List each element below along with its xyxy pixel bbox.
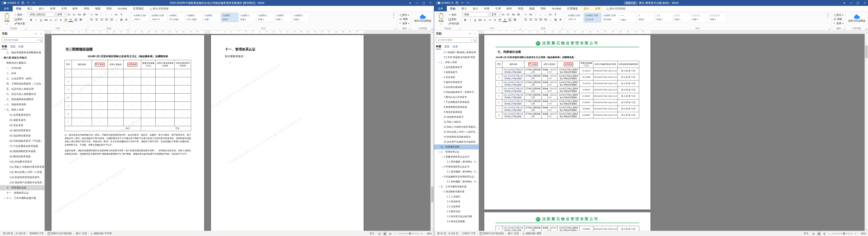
table-cell[interactable]: 7	[496, 106, 502, 112]
nav-heading-item[interactable]: 6 绿色低碳承诺书（本项目不涉及）	[434, 90, 478, 95]
nav-tab-2[interactable]: 页面	[10, 44, 16, 49]
performance-table[interactable]: 序号项目名称甲方名称证明人及电话合同名称签署合同金额（万元）合同/订单编号及签订…	[496, 61, 639, 118]
dialog-launcher-icon[interactable]	[459, 28, 460, 30]
nav-heading-item[interactable]: 1.5 保洁车卫生达标范围	[434, 214, 478, 219]
nav-heading-item[interactable]: 一、文件封面	[0, 65, 44, 71]
column-header[interactable]: 合同名称	[123, 60, 141, 69]
redo-icon[interactable]: ↷	[32, 1, 36, 5]
numbering-button[interactable]: №	[94, 12, 99, 17]
style-card-4[interactable]: AaBbC.TOC 标题2	[185, 13, 203, 22]
bold-button[interactable]: B	[463, 18, 467, 22]
table-cell[interactable]: 2024-2026年辽宁电力沈阳供电公司物业服务	[502, 226, 524, 231]
save-to-baidu-button[interactable]: 保存到百度网盘	[847, 12, 866, 26]
table-cell[interactable]: 2024-2026年辽宁电力沈阳供电公司物业服务	[502, 87, 524, 93]
scroll-down-icon[interactable]: ▾	[431, 228, 434, 231]
font-color-button[interactable]: A	[69, 18, 73, 22]
nav-heading-item[interactable]: 8 能源保障经营承诺函	[434, 105, 478, 110]
replace-button[interactable]: ab替换	[833, 17, 844, 21]
table-cell[interactable]: ↩	[71, 118, 92, 126]
nav-heading-item[interactable]: 三、物业管理服务资源配置标准	[0, 50, 44, 55]
table-cell[interactable]: 29.340233	[580, 68, 593, 74]
phonetic-guide-button[interactable]: 拼	[516, 12, 521, 17]
table-cell[interactable]: ↩	[123, 85, 141, 94]
table-cell[interactable]: ↩	[141, 110, 156, 118]
expand-collapse-icon[interactable]: ▾	[441, 191, 443, 193]
find-button[interactable]: 查找▾	[833, 13, 844, 17]
table-cell[interactable]: 辽宁电力沈阳供电公司	[524, 226, 541, 231]
justify-button[interactable]	[104, 18, 108, 22]
table-cell[interactable]: ↩	[71, 110, 92, 118]
table-cell[interactable]: 49.190408	[580, 74, 593, 81]
track-changes-status[interactable]: 修订: 关闭	[506, 231, 521, 236]
enclose-character-button[interactable]: 圈	[513, 18, 517, 22]
table-cell[interactable]: 辽宁电力沈阳供电公司	[524, 99, 541, 106]
table-cell[interactable]: 2024年辽宁电力沈阳供电公司物业管理服务	[557, 74, 580, 81]
nav-heading-item[interactable]: 五、法定代表人身份证明	[0, 86, 44, 92]
table-cell[interactable]: 2024年辽宁电力沈阳供电公司物业管理服务	[557, 68, 580, 74]
column-header[interactable]: 合同/订单名称及签订时间	[156, 60, 175, 69]
dialog-launcher-icon[interactable]	[127, 28, 128, 30]
dialog-launcher-icon[interactable]	[409, 28, 410, 30]
ribbon-tab-6[interactable]: 邮件	[69, 6, 81, 11]
table-cell[interactable]: 1	[65, 69, 72, 77]
nav-heading-item[interactable]: (10) 其他要求承诺书	[0, 159, 44, 164]
nav-close-icon[interactable]: ×	[473, 33, 477, 35]
ribbon-tab-7[interactable]: 审阅	[515, 6, 526, 11]
style-card-3[interactable]: AaBbCcDd列出段落	[602, 13, 619, 22]
zoom-in-button[interactable]: +	[854, 232, 857, 235]
ribbon-tab-1[interactable]: 开始	[447, 6, 459, 11]
dialog-launcher-icon[interactable]	[394, 28, 396, 30]
style-card-10[interactable]: AaBbCc标题 6	[292, 13, 310, 22]
read-mode-icon[interactable]: ▤	[811, 232, 815, 236]
style-gallery-up-icon[interactable]: ▴	[392, 12, 396, 14]
style-gallery-more-icon[interactable]: ≡	[827, 16, 830, 18]
print-layout-icon[interactable]: ▦	[383, 232, 387, 236]
nav-heading-item[interactable]: ▾3 职业健康安全管理体系认证证书	[434, 174, 478, 179]
ribbon-tab-2[interactable]: 插入	[24, 6, 36, 11]
table-cell[interactable]: ↩	[108, 118, 124, 126]
style-card-6[interactable]: AaBbC标题 2	[221, 13, 238, 22]
font-color-button[interactable]: A	[503, 18, 507, 22]
table-cell[interactable]: 2024年辽宁电力沈阳供电公司物业管理服务	[557, 226, 580, 231]
search-options-icon[interactable]: ▾	[37, 39, 38, 41]
table-cell[interactable]: ↩	[175, 69, 191, 77]
style-card-3[interactable]: AaBbC.TOC 标题1	[167, 13, 185, 22]
nav-heading-item[interactable]: 11 投标人承诺书	[434, 120, 478, 124]
distribute-button[interactable]	[544, 18, 548, 22]
column-header[interactable]: 甲方名称	[524, 61, 541, 68]
redo-icon[interactable]: ↷	[466, 1, 470, 5]
nav-heading-item[interactable]: 1.3 卫生检查	[434, 204, 478, 209]
document-page-2[interactable]: 沈阳磐石物业管理有限公司 92024-2026年辽宁电力沈阳供电公司物业服务辽宁…	[484, 212, 650, 231]
table-cell[interactable]: ↩	[156, 94, 175, 102]
table-cell[interactable]: ↩	[141, 69, 156, 77]
style-gallery-down-icon[interactable]: ▾	[392, 14, 396, 16]
column-header[interactable]: 合同名称	[557, 61, 580, 68]
expand-collapse-icon[interactable]: ▾	[438, 151, 440, 153]
expand-collapse-icon[interactable]: ▾	[441, 166, 443, 168]
zoom-slider[interactable]	[832, 233, 852, 234]
table-cell[interactable]: HT20241017028- 2024.10.24	[593, 99, 618, 106]
table-cell[interactable]: 51.367199	[580, 81, 593, 87]
nav-heading-item[interactable]: 1 合同签署承诺书	[434, 65, 478, 70]
vertical-scrollbar[interactable]: ▴ ▾	[865, 31, 868, 231]
format-painter-button[interactable]: 格式刷	[13, 22, 26, 26]
nav-heading-item[interactable]: 7 廉洁从业公开承诺书	[434, 95, 478, 100]
change-case-button[interactable]: Aa	[512, 12, 516, 17]
bold-button[interactable]: B	[29, 18, 33, 22]
ribbon-tab-8[interactable]: 视图	[92, 6, 103, 11]
nav-heading-item[interactable]: 十一、管理体系认证	[0, 190, 44, 196]
table-cell[interactable]: 辽宁电力沈阳供电公司	[524, 93, 541, 99]
nav-heading-item[interactable]: 1.2 保洁标准	[434, 199, 478, 204]
table-cell[interactable]: 辽宁电力沈阳供电公司	[524, 74, 541, 81]
font-name-select[interactable]: 仿宋_GB2312▾	[29, 12, 56, 17]
table-cell[interactable]: HT20241017028- 2024.10.24	[593, 93, 618, 99]
table-cell[interactable]: ↩	[71, 94, 92, 102]
table-cell[interactable]: ↩	[141, 118, 156, 126]
ribbon-tab-1[interactable]: 开始	[13, 6, 24, 11]
ribbon-tab-7[interactable]: 审阅	[81, 6, 92, 11]
copy-button[interactable]: 复制	[448, 18, 460, 21]
table-cell[interactable]: 张俊峰：024-23127171	[541, 81, 557, 87]
sort-button[interactable]: A↕	[114, 12, 119, 17]
table-cell[interactable]: HT20241017028- 2024.10.24	[593, 112, 618, 118]
table-cell[interactable]: ↩	[175, 102, 191, 110]
